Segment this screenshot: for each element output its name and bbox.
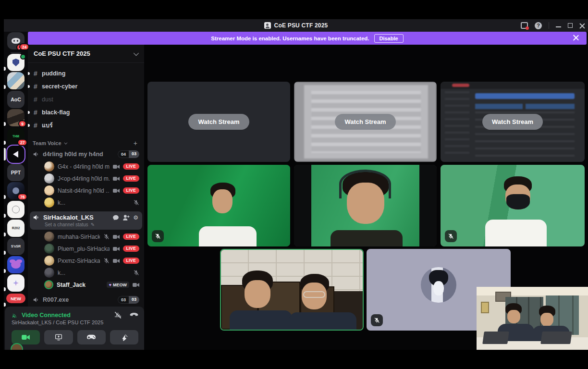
close-button[interactable] bbox=[579, 23, 585, 28]
new-server-badge[interactable]: NEW bbox=[6, 294, 25, 303]
server-icon-doodle[interactable] bbox=[7, 201, 24, 218]
chevron-down-icon bbox=[64, 141, 67, 144]
inbox-icon[interactable] bbox=[521, 22, 528, 29]
server-logo-icon bbox=[13, 151, 18, 158]
activities-button[interactable] bbox=[77, 330, 106, 344]
server-icon-coe-psu-ctf-selected[interactable] bbox=[7, 146, 24, 163]
voice-user-row[interactable]: G4x - d4rling h0ld m... LIVE bbox=[28, 160, 144, 172]
voice-user-row[interactable]: Pluem_plu-SirHacka... LIVE bbox=[28, 243, 144, 255]
unread-pip bbox=[4, 251, 6, 255]
voice-user-name: Staff_Jack bbox=[57, 282, 103, 288]
voice-user-row[interactable]: J<op-d4rling h0ld m... LIVE bbox=[28, 172, 144, 184]
help-icon[interactable]: ? bbox=[535, 22, 542, 29]
unread-pip bbox=[4, 141, 6, 145]
category-label: Team Voice bbox=[33, 140, 61, 146]
gear-icon[interactable]: ⚙ bbox=[133, 214, 138, 221]
add-channel-icon[interactable]: + bbox=[134, 139, 137, 147]
voice-channel-name: d4rling h0ld my h4nd bbox=[43, 151, 114, 158]
voice-user-row[interactable]: k... bbox=[28, 197, 144, 209]
connection-status: Video Connected bbox=[22, 312, 111, 319]
camera-icon bbox=[133, 282, 139, 288]
window-title: CoE PSU CTF 2025 bbox=[274, 22, 328, 29]
maximize-button[interactable] bbox=[568, 23, 573, 28]
soundboard-button[interactable] bbox=[110, 330, 138, 344]
unread-dot bbox=[28, 72, 30, 75]
hash-icon: # bbox=[33, 122, 38, 129]
voice-user-name: J<op-d4rling h0ld m... bbox=[58, 175, 110, 182]
category-team-voice[interactable]: Team Voice + bbox=[28, 138, 144, 148]
server-icon-sparkle[interactable] bbox=[7, 274, 24, 292]
voice-user-row[interactable]: muhaha-SirHack... LIVE bbox=[28, 231, 144, 243]
server-icon-ssr[interactable]: S'sSR bbox=[7, 238, 24, 255]
server-header[interactable]: CoE PSU CTF 2025 bbox=[28, 45, 144, 63]
stream-tile-1[interactable]: Watch Stream bbox=[147, 82, 290, 162]
server-icon-photo[interactable] bbox=[7, 72, 24, 89]
speaker-icon bbox=[33, 151, 39, 158]
channel-status-hint[interactable]: Set a channel status ✎ bbox=[45, 222, 138, 227]
minimize-button[interactable] bbox=[556, 26, 561, 27]
live-badge: LIVE bbox=[123, 258, 140, 264]
voice-channel-r007[interactable]: R007.exe 0303 bbox=[28, 294, 144, 306]
voice-user-name: k... bbox=[58, 199, 130, 206]
noise-suppression-icon[interactable] bbox=[114, 311, 122, 319]
avatar bbox=[44, 280, 53, 289]
discord-window: CoE PSU CTF 2025 ? Streamer Mode is enab… bbox=[4, 19, 588, 350]
live-badge: LIVE bbox=[123, 234, 140, 240]
heart-icon: ♥ bbox=[109, 283, 111, 287]
live-badge: LIVE bbox=[123, 246, 140, 252]
screen: CoE PSU CTF 2025 ? Streamer Mode is enab… bbox=[0, 0, 588, 369]
channel-black-flag[interactable]: # black-flag bbox=[28, 106, 144, 119]
watch-stream-button[interactable]: Watch Stream bbox=[482, 114, 543, 130]
speaker-icon bbox=[33, 296, 39, 303]
stream-tile-2[interactable]: Watch Stream bbox=[294, 82, 437, 162]
server-icon-cat[interactable] bbox=[7, 256, 24, 273]
server-initials: R202 bbox=[12, 226, 20, 230]
watch-stream-button[interactable]: Watch Stream bbox=[335, 114, 395, 130]
camera-icon bbox=[113, 188, 120, 194]
server-icon-r202[interactable]: R202 bbox=[7, 220, 24, 237]
server-initials: S'sSR bbox=[11, 245, 21, 248]
screen-share-button[interactable] bbox=[44, 330, 73, 344]
channel-dust[interactable]: # dust bbox=[28, 93, 144, 106]
voice-channel-name: R007.exe bbox=[43, 296, 114, 303]
voice-status-panel: Video Connected SirHackalot_LKS / CoE PS… bbox=[5, 307, 144, 350]
avatar bbox=[44, 173, 54, 184]
chat-bubble-icon[interactable] bbox=[112, 214, 119, 221]
channel-pudding[interactable]: # pudding bbox=[28, 67, 144, 80]
disable-streamer-mode-button[interactable]: Disable bbox=[374, 34, 404, 43]
webcam-video bbox=[147, 165, 290, 246]
webcam-tile-speaking[interactable] bbox=[220, 249, 364, 331]
voice-channel-sirhackalot-selected[interactable]: SirHackalot_LKS ⚙ Set a channel status ✎ bbox=[30, 211, 142, 230]
camera-toggle-button[interactable] bbox=[12, 330, 40, 344]
stream-tile-3[interactable]: Watch Stream bbox=[441, 82, 585, 162]
voice-user-name: k... bbox=[58, 270, 130, 276]
hash-icon: # bbox=[33, 109, 38, 116]
camera-icon bbox=[113, 234, 120, 240]
server-initials: THM bbox=[12, 135, 19, 138]
disconnect-call-icon[interactable] bbox=[130, 313, 138, 317]
video-grid: Watch Stream Watch Stream Watch Stream bbox=[144, 45, 588, 350]
voice-user-row-staff-jack[interactable]: Staff_Jack ♥ MEOW bbox=[28, 279, 144, 291]
watch-stream-button[interactable]: Watch Stream bbox=[188, 114, 249, 130]
server-icon-aoc[interactable]: AoC bbox=[7, 91, 24, 108]
webcam-tile-2[interactable] bbox=[294, 165, 437, 246]
streamer-mode-message: Streamer Mode is enabled. Usernames have… bbox=[211, 36, 369, 41]
channel-name: black-flag bbox=[42, 109, 70, 116]
voice-channel-d4rling[interactable]: d4rling h0ld my h4nd 0403 bbox=[28, 148, 144, 160]
pencil-icon: ✎ bbox=[91, 222, 95, 227]
channel-name: pudding bbox=[42, 70, 65, 77]
channel-secret-cyber[interactable]: # secret-cyber bbox=[28, 80, 144, 93]
mic-muted-icon bbox=[103, 234, 110, 240]
server-badge: 27 bbox=[17, 139, 27, 146]
server-icon-ppt[interactable]: PPT bbox=[7, 164, 24, 181]
selected-server-pip bbox=[4, 148, 6, 160]
webcam-tile-3[interactable] bbox=[441, 165, 585, 246]
voice-user-row[interactable]: Pxxmz-SirHackal... LIVE bbox=[28, 255, 144, 267]
voice-user-count-badge: 0403 bbox=[118, 150, 139, 158]
add-member-icon[interactable] bbox=[122, 214, 130, 221]
webcam-tile-1[interactable] bbox=[147, 165, 290, 246]
voice-user-row[interactable]: k... bbox=[28, 267, 144, 279]
channel-bear[interactable]: # แบร์ bbox=[28, 119, 144, 132]
banner-close-icon[interactable] bbox=[573, 35, 579, 41]
voice-user-row[interactable]: Natsit-d4rling h0ld ... LIVE bbox=[28, 184, 144, 197]
